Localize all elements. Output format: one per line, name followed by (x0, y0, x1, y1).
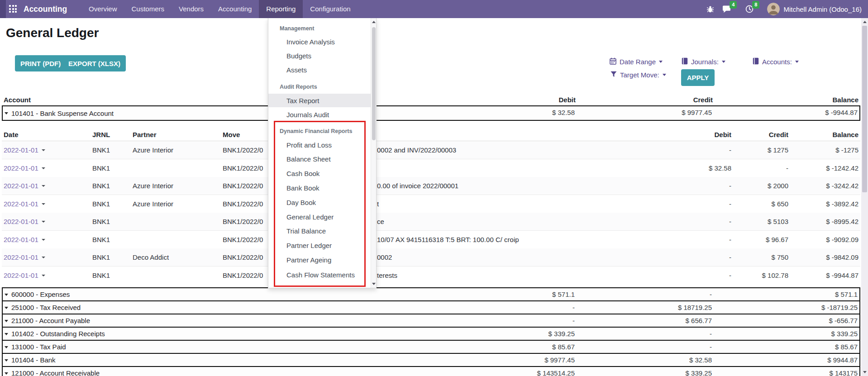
move-ref: BNK1/2022/0 (223, 177, 263, 195)
account-expand-toggle[interactable]: 101404 - Bank (5, 354, 56, 366)
move-date-link[interactable]: 2022-01-01 (4, 177, 45, 195)
move-date-link[interactable]: 2022-01-01 (4, 159, 45, 177)
move-balance: $ -1242.42 (826, 159, 858, 177)
accounts-filter[interactable]: Accounts: (753, 57, 799, 66)
account-balance: $ 85.67 (835, 341, 858, 353)
account-name: 251000 - Tax Received (11, 301, 81, 314)
move-date-link[interactable]: 2022-01-01 (4, 248, 45, 267)
menu-overview[interactable]: Overview (81, 0, 124, 18)
move-date-link[interactable]: 2022-01-01 (4, 213, 45, 231)
apply-button[interactable]: APPLY (681, 69, 715, 86)
header-account: Account (4, 94, 31, 106)
accounts-book-icon (753, 57, 759, 66)
menu-accounting[interactable]: Accounting (211, 0, 259, 18)
move-credit: $ 96.67 (766, 231, 788, 249)
menu-item-trial-balance[interactable]: Trial Balance (286, 226, 326, 236)
messages-count-badge: 4 (730, 1, 737, 9)
menu-item-partner-ageing[interactable]: Partner Ageing (286, 255, 331, 265)
app-name[interactable]: Accounting (24, 0, 67, 18)
menu-customers[interactable]: Customers (124, 0, 172, 18)
menu-configuration[interactable]: Configuration (303, 0, 358, 18)
menu-item-day-book[interactable]: Day Book (286, 198, 316, 207)
menu-item-journals-audit[interactable]: Journals Audit (286, 110, 329, 119)
account-debit: $ 85.67 (552, 341, 575, 353)
move-jrnl: BNK1 (92, 141, 110, 159)
account-expand-toggle[interactable]: 101402 - Outstanding Receipts (5, 328, 105, 340)
account-expand-toggle[interactable]: 600000 - Expenses (5, 288, 70, 300)
menu-item-invoice-analysis[interactable]: Invoice Analysis (286, 37, 335, 47)
messages-icon[interactable]: 4 (722, 5, 731, 13)
menu-item-budgets[interactable]: Budgets (286, 51, 311, 61)
menu-item-partner-ledger[interactable]: Partner Ledger (286, 241, 332, 250)
scrollbar-thumb[interactable] (372, 27, 376, 140)
account-balance: $ -9944.87 (825, 106, 858, 119)
scroll-down-icon[interactable] (372, 283, 376, 285)
move-jrnl: BNK1 (92, 267, 110, 285)
export-xlsx-button[interactable]: EXPORT (XLSX) (63, 55, 126, 71)
journals-filter[interactable]: Journals: (682, 57, 725, 66)
move-jrnl: BNK1 (92, 159, 110, 177)
move-partner: Deco Addict (133, 248, 169, 267)
page-scrollbar[interactable] (861, 18, 868, 376)
subheader-partner: Partner (133, 129, 157, 141)
move-date: 2022-01-01 (4, 177, 38, 195)
scroll-down-icon[interactable] (863, 371, 867, 373)
scroll-up-icon[interactable] (863, 21, 867, 23)
debug-bug-icon[interactable] (706, 5, 714, 13)
move-date-link[interactable]: 2022-01-01 (4, 231, 45, 249)
menu-item-general-ledger[interactable]: General Ledger (286, 212, 334, 222)
print-pdf-button[interactable]: PRINT (PDF) (15, 55, 66, 71)
menu-item-cash-flow-statements[interactable]: Cash Flow Statements (286, 270, 355, 280)
move-debit: - (729, 267, 731, 285)
move-line-row: 2022-01-01 BNK1 BNK1/2022/0 ce - $ 5103 … (2, 213, 860, 231)
navbar-systray: 4 8 Mitchell Admin (Odoo_16) (706, 0, 862, 18)
move-credit: $ 2000 (768, 177, 788, 195)
account-expand-toggle[interactable]: 121000 - Account Receivable (5, 367, 100, 376)
move-label: 0.00 of invoice 2022/00001 (377, 177, 458, 195)
section-audit-reports: Audit Reports (280, 83, 317, 90)
move-debit: - (729, 213, 731, 231)
account-expand-toggle[interactable]: 101401 - Bank Suspense Account (5, 106, 114, 120)
navbar-edge-strip (0, 0, 6, 18)
account-balance: $ -18719.25 (821, 301, 858, 314)
calendar-icon (610, 57, 616, 66)
target-move-filter[interactable]: Target Move: (610, 70, 666, 79)
user-avatar[interactable] (767, 3, 780, 15)
account-credit: $ 656.77 (686, 314, 712, 327)
move-ref: BNK1/2022/0 (223, 213, 263, 231)
scroll-up-icon[interactable] (372, 21, 376, 23)
move-date-link[interactable]: 2022-01-01 (4, 267, 45, 285)
caret-down-icon (42, 167, 45, 169)
account-name: 101404 - Bank (11, 354, 56, 366)
move-debit: - (729, 177, 731, 195)
account-expand-toggle[interactable]: 131000 - Tax Paid (5, 341, 66, 353)
caret-down-icon (42, 185, 45, 187)
move-line-row: 2022-01-01 BNK1 BNK1/2022/0 10/07 AX 941… (2, 231, 860, 249)
main-menu: Overview Customers Vendors Accounting Re… (81, 0, 358, 18)
move-date: 2022-01-01 (4, 248, 38, 267)
apps-grid-icon[interactable] (9, 5, 17, 13)
menu-reporting[interactable]: Reporting (259, 0, 303, 18)
menu-item-tax-report[interactable]: Tax Report (286, 96, 320, 105)
menu-item-profit-and-loss[interactable]: Profit and Loss (286, 140, 332, 150)
move-date: 2022-01-01 (4, 231, 38, 249)
dropdown-scrollbar[interactable] (371, 18, 376, 288)
menu-item-assets[interactable]: Assets (286, 65, 307, 75)
move-date-link[interactable]: 2022-01-01 (4, 141, 45, 159)
journals-label: Journals: (691, 58, 719, 66)
account-credit: $ 9977.45 (682, 106, 712, 119)
account-expand-toggle[interactable]: 251000 - Tax Received (5, 301, 81, 314)
date-range-filter[interactable]: Date Range (610, 57, 663, 66)
move-balance: $ -3242.42 (826, 177, 858, 195)
menu-item-cash-book[interactable]: Cash Book (286, 169, 320, 178)
menu-item-bank-book[interactable]: Bank Book (286, 183, 320, 193)
user-menu[interactable]: Mitchell Admin (Odoo_16) (783, 5, 862, 13)
activities-clock-icon[interactable]: 8 (745, 5, 754, 13)
menu-vendors[interactable]: Vendors (172, 0, 211, 18)
scrollbar-thumb[interactable] (862, 26, 867, 192)
account-expand-toggle[interactable]: 211000 - Account Payable (5, 314, 90, 327)
move-date-link[interactable]: 2022-01-01 (4, 195, 45, 213)
caret-down-icon (5, 346, 8, 348)
menu-item-balance-sheet[interactable]: Balance Sheet (286, 154, 331, 164)
move-label: t (377, 195, 379, 213)
